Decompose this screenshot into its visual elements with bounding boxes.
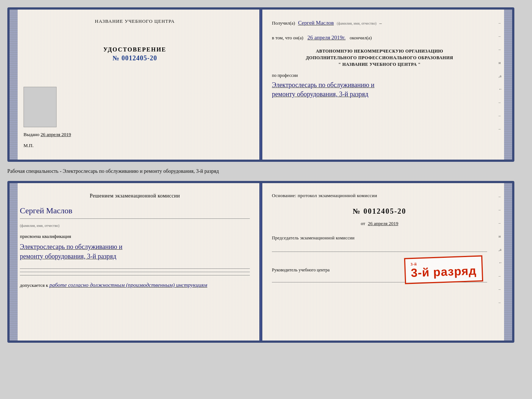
right-side-marks-top: – – – и ,а ← – – – — [499, 21, 503, 131]
udostoverenie-title: УДОСТОВЕРЕНИЕ — [20, 46, 250, 53]
rukovoditel-label: Руководитель учебного центра — [272, 267, 330, 272]
book-spine-bottom — [259, 183, 262, 341]
name-divider — [20, 218, 250, 219]
org-line3: " НАЗВАНИЕ УЧЕБНОГО ЦЕНТРА " — [272, 61, 487, 68]
book-spine-top — [259, 10, 262, 160]
stamp-box: 3-й 3-й разряд — [404, 255, 483, 284]
vydano-date: 26 апреля 2019 — [41, 132, 71, 137]
qual-line2: ремонту оборудования, 3-й разряд — [20, 252, 250, 261]
bottom-number: № 0012405-20 — [272, 205, 487, 217]
stamp-razryad: 3-й разряд — [411, 264, 477, 280]
predsedatel-sig-line — [272, 252, 487, 252]
top-certificate-book: НАЗВАНИЕ УЧЕБНОГО ЦЕНТРА УДОСТОВЕРЕНИЕ №… — [7, 7, 514, 162]
dopuskaetsya-label: допускается к — [20, 282, 48, 288]
dash1: – — [380, 19, 382, 27]
ot-line: от 26 апреля 2019 — [272, 220, 487, 228]
sig-line-1 — [20, 268, 250, 269]
bottom-certificate-book: Решением экзаменационной комиссии Сергей… — [7, 181, 514, 343]
between-text: Рабочая специальность - Электрослесарь п… — [7, 166, 525, 177]
vydano-label: Выдано — [24, 132, 39, 137]
sig-line-3 — [20, 275, 250, 275]
vtom-prefix: в том, что он(а) — [272, 35, 303, 40]
right-side-marks-bottom: – – – и ,а ← – – – — [499, 194, 503, 304]
ot-date: 26 апреля 2019 — [368, 221, 398, 226]
po-professii-block: по профессии Электрослесарь по обслужива… — [272, 72, 487, 99]
po-professii-label: по профессии — [272, 72, 487, 79]
poluchil-line: Получил(a) Сергей Маслов (фамилия, имя, … — [272, 18, 487, 27]
page-wrapper: НАЗВАНИЕ УЧЕБНОГО ЦЕНТРА УДОСТОВЕРЕНИЕ №… — [7, 7, 525, 343]
bottom-name: Сергей Маслов — [20, 206, 250, 215]
photo-placeholder — [24, 87, 57, 127]
org-block: АВТОНОМНУЮ НЕКОММЕРЧЕСКУЮ ОРГАНИЗАЦИЮ ДО… — [272, 48, 487, 68]
predsedatel-block: Председатель экзаменационной комиссии — [272, 235, 487, 252]
qual-line1: Электрослесарь по обслуживанию и — [20, 242, 250, 252]
fio-label-small: (фамилия, имя, отчество) — [337, 21, 377, 26]
mp-line: М.П. — [24, 143, 33, 149]
org-line2: ДОПОЛНИТЕЛЬНОГО ПРОФЕССИОНАЛЬНОГО ОБРАЗО… — [272, 54, 487, 61]
right-texture — [504, 10, 512, 160]
top-book-left-page: НАЗВАНИЕ УЧЕБНОГО ЦЕНТРА УДОСТОВЕРЕНИЕ №… — [10, 10, 262, 160]
org-line1: АВТОНОМНУЮ НЕКОММЕРЧЕСКУЮ ОРГАНИЗАЦИЮ — [272, 48, 487, 54]
top-book-right-page: Получил(a) Сергей Маслов (фамилия, имя, … — [262, 10, 512, 160]
mp-label: М.П. — [24, 143, 33, 148]
sig-line-2 — [20, 272, 250, 272]
vtom-date: 26 апреля 2019г. — [308, 35, 346, 40]
profession-line2: ремонту оборудования, 3-й разряд — [272, 90, 487, 99]
udostoverenie-block: УДОСТОВЕРЕНИЕ № 0012405-20 — [20, 46, 250, 62]
okonchl: окончил(а) — [350, 35, 372, 40]
profession-line1: Электрослесарь по обслуживанию и — [272, 81, 487, 90]
bottom-book-right-page: Основание: протокол экзаменационной коми… — [262, 183, 512, 341]
dopuskaetsya-block: допускается к работе согласно должностны… — [20, 282, 250, 288]
prisvoena-label: присвоена квалификация — [20, 234, 250, 239]
poluchil-prefix: Получил(a) — [272, 19, 295, 27]
resheniem-text: Решением экзаменационной комиссии — [20, 192, 250, 200]
predsedatel-label: Председатель экзаменационной комиссии — [272, 235, 355, 241]
poluchil-name: Сергей Маслов — [298, 18, 334, 27]
bottom-right-texture — [504, 183, 512, 341]
udostoverenie-number: № 0012405-20 — [20, 54, 250, 62]
osnovanie-text: Основание: протокол экзаменационной коми… — [272, 192, 487, 199]
dopusk-text: работе согласно должностным (производств… — [49, 282, 207, 288]
vtom-line: в том, что он(а) 26 апреля 2019г. окончи… — [272, 33, 487, 42]
bottom-fio-label: (фамилия, имя, отчество) — [20, 224, 60, 228]
bottom-book-left-page: Решением экзаменационной комиссии Сергей… — [10, 183, 262, 341]
top-right-content: Получил(a) Сергей Маслов (фамилия, имя, … — [272, 18, 502, 99]
school-name-top: НАЗВАНИЕ УЧЕБНОГО ЦЕНТРА — [20, 18, 250, 24]
ot-label: от — [361, 221, 365, 226]
vydano-line: Выдано 26 апреля 2019 — [24, 132, 246, 138]
